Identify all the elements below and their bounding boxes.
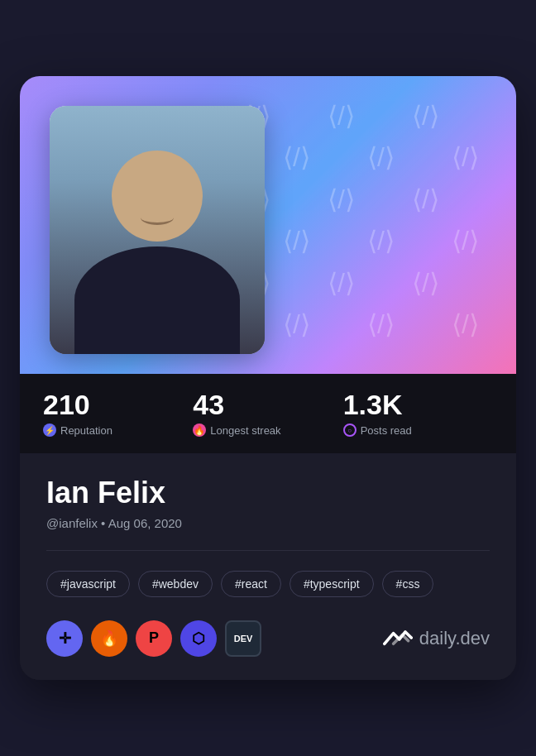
user-meta: @ianfelix • Aug 06, 2020	[46, 516, 490, 530]
flame-icon: 🔥	[193, 423, 206, 437]
stat-posts: 1.3K ○ Posts read	[343, 390, 493, 437]
tags-section: #javascript#webdev#react#typescript#css	[46, 571, 490, 597]
avatar-image	[50, 106, 265, 354]
profile-card: ⟨/⟩ ⟨/⟩ ⟨/⟩ ⟨/⟩ ⟨/⟩ ⟨/⟩ ⟨/⟩ ⟨/⟩ ⟨/⟩ ⟨/⟩ …	[20, 76, 516, 680]
tag-item[interactable]: #typescript	[290, 571, 374, 597]
streak-value: 43	[193, 390, 342, 419]
posts-label: ○ Posts read	[343, 423, 493, 437]
daily-logo-svg	[383, 627, 413, 650]
streak-label: 🔥 Longest streak	[193, 423, 342, 437]
reputation-value: 210	[43, 390, 193, 419]
source-icon-dev[interactable]: DEV	[225, 620, 261, 657]
tag-item[interactable]: #css	[382, 571, 434, 597]
source-icon-producthunt[interactable]: P	[136, 620, 172, 657]
user-joined: Aug 06, 2020	[108, 516, 182, 530]
avatar	[50, 106, 265, 354]
source-icon-crosshair[interactable]: ✛	[46, 620, 83, 657]
source-icon-polywork[interactable]: ⬡	[180, 620, 217, 657]
source-icon-freeCodeCamp[interactable]: 🔥	[91, 620, 127, 657]
reputation-label: ⚡ Reputation	[43, 423, 193, 437]
tag-item[interactable]: #javascript	[46, 571, 130, 597]
circle-icon: ○	[343, 423, 357, 437]
card-header: ⟨/⟩ ⟨/⟩ ⟨/⟩ ⟨/⟩ ⟨/⟩ ⟨/⟩ ⟨/⟩ ⟨/⟩ ⟨/⟩ ⟨/⟩ …	[20, 76, 516, 374]
lightning-icon: ⚡	[43, 423, 56, 437]
meta-separator: •	[101, 516, 108, 530]
tag-item[interactable]: #react	[221, 571, 281, 597]
stat-streak: 43 🔥 Longest streak	[193, 390, 342, 437]
tag-item[interactable]: #webdev	[138, 571, 213, 597]
daily-logo-text: daily.dev	[419, 628, 490, 649]
source-icons: ✛🔥P⬡DEV	[46, 620, 261, 657]
sources-row: ✛🔥P⬡DEV daily.dev	[46, 620, 490, 657]
card-body: Ian Felix @ianfelix • Aug 06, 2020 #java…	[20, 453, 516, 680]
daily-tld: .dev	[455, 628, 490, 648]
stat-reputation: 210 ⚡ Reputation	[43, 390, 193, 437]
daily-logo: daily.dev	[383, 627, 490, 650]
daily-logo-icon	[383, 627, 413, 650]
user-name: Ian Felix	[46, 476, 490, 510]
user-handle: @ianfelix	[46, 516, 98, 530]
stats-bar: 210 ⚡ Reputation 43 🔥 Longest streak 1.3…	[20, 374, 516, 453]
divider	[46, 550, 490, 551]
posts-value: 1.3K	[343, 390, 493, 419]
